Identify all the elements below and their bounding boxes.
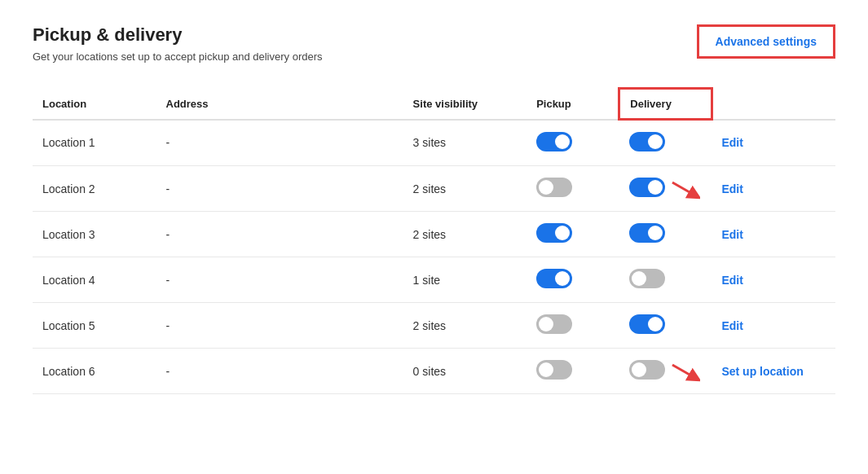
cell-delivery <box>619 257 712 303</box>
cell-address: - <box>156 166 403 212</box>
delivery-toggle[interactable] <box>629 360 665 380</box>
table-header-row: Location Address Site visibility Pickup … <box>33 89 835 120</box>
cell-location: Location 2 <box>33 166 156 212</box>
edit-link[interactable]: Edit <box>721 274 742 287</box>
cell-visibility: 2 sites <box>403 303 527 349</box>
set-up-location-link[interactable]: Set up location <box>721 365 803 378</box>
pickup-toggle[interactable] <box>536 269 572 288</box>
page-subtitle: Get your locations set up to accept pick… <box>33 50 323 63</box>
cell-visibility: 2 sites <box>403 212 527 257</box>
delivery-toggle[interactable] <box>629 132 665 151</box>
delivery-toggle[interactable] <box>629 269 665 288</box>
cell-address: - <box>156 349 403 394</box>
cell-delivery <box>619 120 712 166</box>
cell-visibility: 2 sites <box>403 166 527 212</box>
cell-address: - <box>156 120 403 166</box>
cell-pickup <box>527 257 619 303</box>
cell-action: Edit <box>712 212 835 257</box>
col-header-delivery: Delivery <box>619 89 712 120</box>
cell-action: Edit <box>712 303 835 349</box>
cell-location: Location 4 <box>33 257 156 303</box>
cell-pickup <box>527 303 619 349</box>
cell-visibility: 1 site <box>403 257 527 303</box>
cell-action: Edit <box>712 166 835 212</box>
cell-action: Set up location <box>712 349 835 394</box>
table-row: Location 5-2 sitesEdit <box>33 303 835 349</box>
cell-address: - <box>156 303 403 349</box>
cell-pickup <box>527 120 619 166</box>
annotation-arrow-icon <box>671 357 700 386</box>
svg-line-1 <box>672 182 695 195</box>
cell-address: - <box>156 257 403 303</box>
edit-link[interactable]: Edit <box>721 136 742 149</box>
locations-table: Location Address Site visibility Pickup … <box>33 87 835 394</box>
table-row: Location 6-0 sitesSet up location <box>33 349 835 394</box>
col-header-action <box>712 89 835 120</box>
cell-action: Edit <box>712 120 835 166</box>
edit-link[interactable]: Edit <box>721 319 742 332</box>
delivery-toggle[interactable] <box>629 314 665 334</box>
table-row: Location 4-1 siteEdit <box>33 257 835 303</box>
page-title: Pickup & delivery <box>33 24 323 46</box>
edit-link[interactable]: Edit <box>721 228 742 241</box>
cell-delivery <box>619 303 712 349</box>
col-header-pickup: Pickup <box>527 89 619 120</box>
pickup-toggle[interactable] <box>536 223 572 243</box>
cell-location: Location 5 <box>33 303 156 349</box>
table-row: Location 1-3 sitesEdit <box>33 120 835 166</box>
cell-visibility: 0 sites <box>403 349 527 394</box>
delivery-toggle[interactable] <box>629 223 665 243</box>
page: Pickup & delivery Get your locations set… <box>0 0 868 474</box>
cell-address: - <box>156 212 403 257</box>
cell-pickup <box>527 166 619 212</box>
annotation-arrow-icon <box>671 174 700 204</box>
cell-visibility: 3 sites <box>403 120 527 166</box>
cell-pickup <box>527 349 619 394</box>
advanced-settings-button[interactable]: Advanced settings <box>697 24 835 59</box>
cell-location: Location 3 <box>33 212 156 257</box>
pickup-toggle[interactable] <box>536 360 572 380</box>
header-left: Pickup & delivery Get your locations set… <box>33 24 323 63</box>
pickup-toggle[interactable] <box>536 178 572 197</box>
edit-link[interactable]: Edit <box>721 182 742 195</box>
table-row: Location 3-2 sitesEdit <box>33 212 835 257</box>
col-header-visibility: Site visibility <box>403 89 527 120</box>
svg-line-3 <box>672 365 695 378</box>
cell-delivery <box>619 212 712 257</box>
col-header-location: Location <box>33 89 156 120</box>
col-header-address: Address <box>156 89 403 120</box>
cell-location: Location 6 <box>33 349 156 394</box>
pickup-toggle[interactable] <box>536 132 572 151</box>
cell-action: Edit <box>712 257 835 303</box>
cell-location: Location 1 <box>33 120 156 166</box>
pickup-toggle[interactable] <box>536 314 572 334</box>
delivery-toggle[interactable] <box>629 178 665 197</box>
cell-pickup <box>527 212 619 257</box>
page-header: Pickup & delivery Get your locations set… <box>33 24 835 63</box>
table-row: Location 2-2 sitesEdit <box>33 166 835 212</box>
